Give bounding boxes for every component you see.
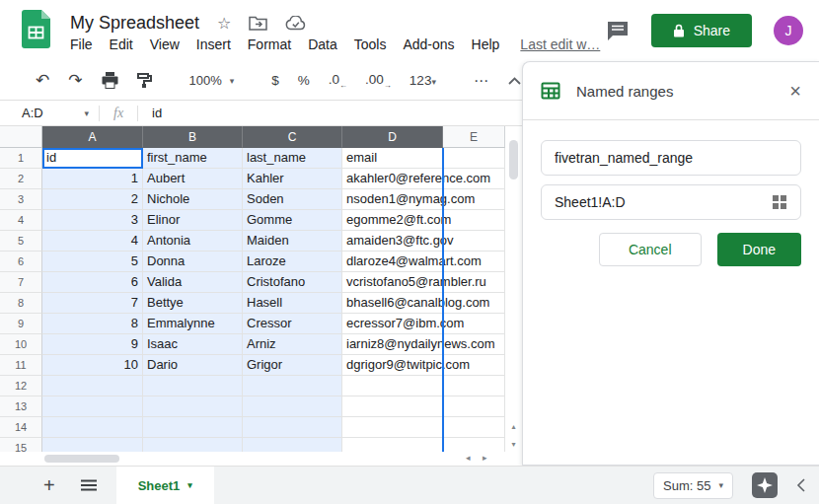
menu-format[interactable]: Format <box>248 36 291 52</box>
row-header-9[interactable]: 9 <box>0 314 42 334</box>
scroll-down-icon[interactable]: ▾ <box>505 440 522 449</box>
cell-D8[interactable]: bhasell6@canalblog.com <box>342 293 443 314</box>
cell-B2[interactable]: Aubert <box>143 169 243 189</box>
avatar[interactable]: J <box>774 16 803 45</box>
row-header-7[interactable]: 7 <box>0 272 42 293</box>
cell-A13[interactable] <box>42 396 143 417</box>
col-header-A[interactable]: A <box>42 126 143 148</box>
cell-A15[interactable] <box>42 438 143 452</box>
chevron-left-icon[interactable] <box>796 478 805 492</box>
scroll-right-icon[interactable]: ▸ <box>483 453 487 463</box>
row-header-14[interactable]: 14 <box>0 417 42 438</box>
cell-A3[interactable]: 2 <box>42 189 143 210</box>
cell-B4[interactable]: Elinor <box>143 210 243 231</box>
cell-C15[interactable] <box>243 438 342 452</box>
cell-A10[interactable]: 9 <box>42 334 143 355</box>
col-header-C[interactable]: C <box>243 126 342 148</box>
cell-B5[interactable]: Antonia <box>143 231 243 252</box>
cell-C4[interactable]: Gomme <box>243 210 342 231</box>
cell-B13[interactable] <box>143 396 243 417</box>
format-percent-button[interactable]: % <box>298 73 310 88</box>
cell-C13[interactable] <box>243 396 342 417</box>
cell-A5[interactable]: 4 <box>42 231 143 252</box>
cell-B3[interactable]: Nichole <box>143 189 243 210</box>
horizontal-scrollbar[interactable]: ◂ ▸ <box>0 452 522 466</box>
menu-tools[interactable]: Tools <box>354 36 387 52</box>
cell-C14[interactable] <box>243 417 342 438</box>
cell-D15[interactable] <box>342 438 443 452</box>
scroll-up-icon[interactable]: ▴ <box>505 422 522 431</box>
zoom-control[interactable]: 100% ▾ <box>189 73 235 88</box>
sum-dropdown[interactable]: Sum: 55 ▾ <box>653 472 733 499</box>
cell-B9[interactable]: Emmalynne <box>143 314 243 334</box>
cell-D11[interactable]: dgrigor9@twitpic.com <box>342 355 443 376</box>
row-header-6[interactable]: 6 <box>0 252 42 272</box>
row-header-1[interactable]: 1 <box>0 148 42 169</box>
horizontal-scrollbar-thumb[interactable] <box>44 455 119 463</box>
vertical-scrollbar-thumb[interactable] <box>509 140 518 180</box>
sheet-tab-sheet1[interactable]: Sheet1 ▾ <box>116 467 214 504</box>
cell-C2[interactable]: Kahler <box>243 169 342 189</box>
number-format-button[interactable]: 123▾ <box>410 73 436 88</box>
vertical-scrollbar[interactable]: ▴ ▾ <box>505 126 522 452</box>
cell-D12[interactable] <box>342 376 443 396</box>
print-icon[interactable] <box>102 72 118 89</box>
row-header-15[interactable]: 15 <box>0 438 42 452</box>
all-sheets-icon[interactable] <box>81 479 97 491</box>
cell-A1[interactable]: id <box>42 148 143 169</box>
cell-C8[interactable]: Hasell <box>243 293 342 314</box>
cell-E15[interactable] <box>443 438 505 452</box>
decrease-decimal-button[interactable]: .0← <box>329 72 346 90</box>
explore-icon[interactable] <box>752 472 778 498</box>
cell-B11[interactable]: Dario <box>143 355 243 376</box>
cell-B10[interactable]: Isaac <box>143 334 243 355</box>
cell-A9[interactable]: 8 <box>42 314 143 334</box>
cell-D10[interactable]: iarniz8@nydailynews.com <box>342 334 443 355</box>
format-currency-button[interactable]: $ <box>271 73 279 88</box>
range-name-input[interactable]: fivetran_named_range <box>541 140 801 176</box>
row-header-4[interactable]: 4 <box>0 210 42 231</box>
menu-help[interactable]: Help <box>472 36 500 52</box>
cell-A8[interactable]: 7 <box>42 293 143 314</box>
cell-D2[interactable]: akahler0@reference.com <box>342 169 443 189</box>
cell-A14[interactable] <box>42 417 143 438</box>
cancel-button[interactable]: Cancel <box>599 233 702 266</box>
cell-C6[interactable]: Laroze <box>243 252 342 272</box>
close-icon[interactable]: × <box>789 81 801 101</box>
name-box[interactable]: A:D ▾ <box>0 106 99 120</box>
cell-A7[interactable]: 6 <box>42 272 143 293</box>
add-sheet-icon[interactable]: + <box>43 474 55 497</box>
select-data-range-icon[interactable] <box>772 194 787 210</box>
paint-format-icon[interactable] <box>137 72 152 89</box>
cell-B1[interactable]: first_name <box>143 148 243 169</box>
cell-B14[interactable] <box>143 417 243 438</box>
cell-A6[interactable]: 5 <box>42 252 143 272</box>
cell-B6[interactable]: Donna <box>143 252 243 272</box>
cell-C9[interactable]: Cressor <box>243 314 342 334</box>
menu-edit[interactable]: Edit <box>110 36 133 52</box>
undo-icon[interactable]: ↶ <box>36 72 49 89</box>
cell-D13[interactable] <box>342 396 443 417</box>
share-button[interactable]: Share <box>651 14 752 47</box>
cell-B15[interactable] <box>143 438 243 452</box>
cell-E12[interactable] <box>443 376 505 396</box>
cell-E1[interactable] <box>443 148 505 169</box>
cell-B7[interactable]: Valida <box>143 272 243 293</box>
cell-D14[interactable] <box>342 417 443 438</box>
row-header-13[interactable]: 13 <box>0 396 42 417</box>
menu-data[interactable]: Data <box>308 36 337 52</box>
formula-input[interactable]: id <box>138 106 162 120</box>
cell-C3[interactable]: Soden <box>243 189 342 210</box>
row-header-10[interactable]: 10 <box>0 334 42 355</box>
comment-icon[interactable] <box>606 21 630 41</box>
cell-E13[interactable] <box>443 396 505 417</box>
increase-decimal-button[interactable]: .00→ <box>365 72 391 90</box>
cell-E14[interactable] <box>443 417 505 438</box>
menu-view[interactable]: View <box>150 36 180 52</box>
cell-D1[interactable]: email <box>342 148 443 169</box>
sheets-logo-icon[interactable] <box>22 10 50 52</box>
cell-A4[interactable]: 3 <box>42 210 143 231</box>
row-header-3[interactable]: 3 <box>0 189 42 210</box>
col-header-B[interactable]: B <box>143 126 243 148</box>
cell-B12[interactable] <box>143 376 243 396</box>
